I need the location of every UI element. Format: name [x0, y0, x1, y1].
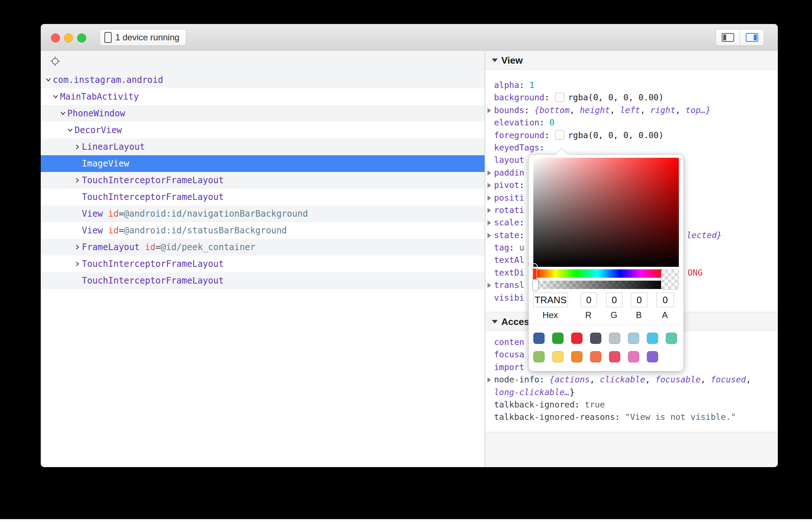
blue-input[interactable] [631, 293, 648, 307]
expand-triangle-icon[interactable] [487, 377, 491, 382]
color-swatch[interactable] [571, 333, 582, 344]
tree-row-label: TouchInterceptorFrameLayout [41, 272, 224, 289]
expand-triangle-icon[interactable] [487, 196, 491, 201]
color-swatch[interactable] [571, 351, 582, 362]
expand-triangle-icon[interactable] [487, 108, 491, 113]
color-chip[interactable] [555, 130, 564, 140]
color-swatch[interactable] [533, 351, 545, 362]
property-row: alpha: 1 [485, 79, 778, 91]
tree-row[interactable]: View id=@android:id/navigationBarBackgro… [41, 205, 485, 222]
hue-slider-handle[interactable] [533, 268, 537, 280]
tree-row[interactable]: LinearLayout [41, 138, 485, 155]
tree-row[interactable]: ImageView [41, 155, 485, 172]
tree-row[interactable]: TouchInterceptorFrameLayout [41, 172, 485, 189]
saturation-brightness-field[interactable] [533, 158, 679, 267]
color-swatch[interactable] [647, 351, 658, 362]
tree-row-label: DecorView [41, 122, 122, 138]
color-swatch[interactable] [609, 333, 620, 344]
minimize-button[interactable] [64, 33, 73, 43]
hex-input[interactable] [533, 293, 568, 307]
tree-row-label: TouchInterceptorFrameLayout [41, 189, 224, 205]
red-input[interactable] [581, 293, 597, 307]
chevron-down-icon[interactable] [45, 77, 51, 83]
desktop-background: 1 device running [0, 0, 812, 522]
tree-row[interactable]: View id=@android:id/statusBarBackground [41, 222, 485, 239]
swatch-row-1 [533, 333, 679, 344]
expand-triangle-icon[interactable] [487, 283, 491, 288]
expand-triangle-icon[interactable] [487, 208, 491, 213]
disclosure-down-icon[interactable] [492, 320, 498, 324]
property-row: node-info: {actions, clickable, focusabl… [485, 373, 778, 386]
color-swatch[interactable] [647, 333, 658, 344]
section-title: Acces [501, 316, 529, 328]
expand-triangle-icon[interactable] [487, 220, 491, 225]
expand-triangle-icon[interactable] [487, 233, 491, 238]
tree-row[interactable]: MainTabActivity [41, 88, 485, 105]
color-chip[interactable] [555, 93, 564, 102]
tree-row[interactable]: DecorView [41, 122, 485, 138]
a-label: A [656, 310, 673, 320]
color-swatch[interactable] [552, 351, 564, 362]
tree-row-label: View id=@android:id/statusBarBackground [41, 222, 287, 239]
color-swatch[interactable] [666, 333, 677, 344]
tree-row[interactable]: TouchInterceptorFrameLayout [41, 272, 485, 289]
device-running-label: 1 device running [115, 32, 179, 43]
titlebar[interactable]: 1 device running [41, 24, 778, 51]
color-swatch[interactable] [609, 351, 620, 362]
color-swatch[interactable] [628, 333, 639, 344]
tree-row[interactable]: FrameLayout id=@id/peek_container [41, 239, 485, 256]
chevron-right-icon[interactable] [75, 261, 80, 267]
property-row: keyedTags: [485, 141, 778, 154]
close-button[interactable] [51, 33, 60, 43]
g-label: G [606, 310, 622, 320]
tree-row[interactable]: PhoneWindow [41, 105, 485, 122]
hue-slider[interactable] [533, 269, 663, 278]
property-row: bounds: {bottom, height, left, right, to… [485, 104, 778, 116]
color-swatch[interactable] [533, 333, 545, 344]
tree-row-label: ImageView [41, 155, 129, 172]
chevron-right-icon[interactable] [75, 144, 80, 150]
chevron-down-icon[interactable] [67, 127, 73, 133]
screen-bottom-strip [0, 519, 812, 522]
tree-row-label: TouchInterceptorFrameLayout [41, 256, 224, 272]
chevron-right-icon[interactable] [75, 244, 80, 250]
property-row: elevation: 0 [485, 116, 778, 129]
alpha-input[interactable] [656, 293, 674, 307]
expand-triangle-icon[interactable] [487, 170, 491, 176]
device-running-button[interactable]: 1 device running [100, 29, 186, 46]
hierarchy-panel: com.instagram.androidMainTabActivityPhon… [41, 51, 485, 467]
tree-toolbar [41, 51, 485, 72]
disclosure-down-icon[interactable] [492, 59, 498, 62]
alpha-slider-handle[interactable] [533, 280, 538, 291]
toggle-left-panel-button[interactable] [716, 29, 740, 45]
swatch-row-2 [533, 351, 679, 363]
tree-row[interactable]: TouchInterceptorFrameLayout [41, 256, 485, 272]
property-row: foreground: rgba(0, 0, 0, 0.00) [485, 129, 778, 141]
color-preview-swatch [661, 269, 679, 290]
chevron-down-icon[interactable] [53, 94, 59, 100]
tree-row-label: TouchInterceptorFrameLayout [41, 172, 224, 189]
text-direction-value-fragment: ONG [688, 266, 703, 279]
chevron-right-icon[interactable] [75, 177, 80, 183]
color-swatch[interactable] [590, 333, 601, 344]
tree-row[interactable]: TouchInterceptorFrameLayout [41, 189, 485, 205]
alpha-slider[interactable] [533, 281, 663, 289]
section-header-view[interactable]: View [485, 51, 778, 70]
green-input[interactable] [606, 293, 622, 307]
chevron-down-icon[interactable] [60, 111, 66, 116]
tree-row[interactable]: com.instagram.android [41, 72, 485, 88]
property-row: long-clickable…} [485, 386, 778, 398]
color-swatch[interactable] [552, 333, 564, 344]
expand-triangle-icon[interactable] [487, 183, 491, 188]
toggle-right-panel-button[interactable] [740, 29, 764, 45]
tree-row-label: com.instagram.android [41, 72, 163, 88]
popup-separator [529, 325, 684, 325]
color-swatch[interactable] [628, 351, 639, 362]
left-panel-icon [722, 33, 734, 42]
state-value-fragment: lected} [686, 229, 722, 241]
zoom-button[interactable] [77, 33, 86, 43]
color-swatch[interactable] [590, 351, 601, 362]
locate-target-icon[interactable] [50, 56, 60, 66]
section-title: View [501, 55, 523, 66]
color-picker-popup: Hex R G B A [528, 154, 684, 372]
